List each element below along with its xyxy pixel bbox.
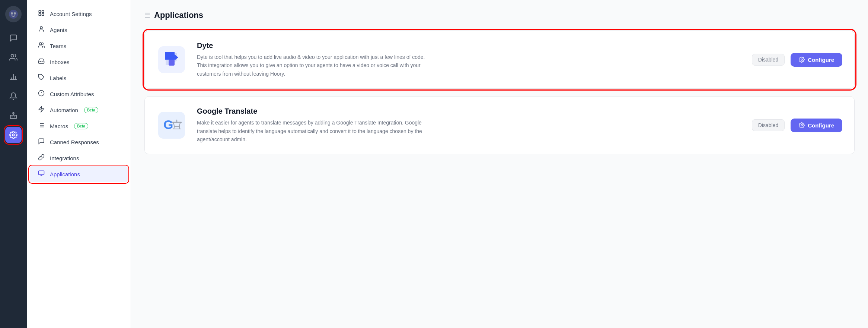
dyte-status: Disabled xyxy=(752,54,785,66)
sidebar-item-integrations[interactable]: Integrations xyxy=(30,150,128,166)
sidebar-item-applications[interactable]: Applications xyxy=(30,166,128,182)
svg-rect-31 xyxy=(39,171,44,175)
sidebar-item-agents[interactable]: Agents xyxy=(30,22,128,38)
svg-point-18 xyxy=(40,26,42,29)
svg-point-13 xyxy=(12,134,15,136)
conversations-nav-icon[interactable] xyxy=(5,30,22,46)
contacts-nav-icon[interactable] xyxy=(5,49,22,66)
text-sidebar: Account Settings Agents Teams Inboxes xyxy=(27,0,131,328)
sidebar-item-label: Custom Attributes xyxy=(50,91,94,97)
bot-nav-icon[interactable] xyxy=(5,107,22,124)
sidebar-item-automation[interactable]: Automation Beta xyxy=(30,102,128,118)
sidebar-item-custom-attributes[interactable]: Custom Attributes xyxy=(30,86,128,102)
integrations-icon xyxy=(37,154,45,163)
macros-badge: Beta xyxy=(74,123,88,129)
canned-responses-icon xyxy=(37,138,45,146)
svg-rect-15 xyxy=(42,10,44,12)
sidebar-item-label: Agents xyxy=(50,27,67,33)
google-translate-card: G Google Translate Make it easier for ag… xyxy=(144,96,855,154)
sidebar-item-label: Macros xyxy=(50,123,68,129)
sidebar-item-teams[interactable]: Teams xyxy=(30,38,128,54)
sidebar-item-label: Teams xyxy=(50,43,66,49)
svg-point-0 xyxy=(9,10,18,19)
main-content: ☰ Applications Dyte Dyte is tool that he… xyxy=(131,0,868,328)
notifications-nav-icon[interactable] xyxy=(5,88,22,104)
google-translate-name: Google Translate xyxy=(197,107,741,116)
sidebar-item-label: Automation xyxy=(50,107,78,113)
svg-text:G: G xyxy=(163,117,173,132)
google-translate-configure-button[interactable]: Configure xyxy=(791,119,842,132)
sidebar-item-label: Integrations xyxy=(50,155,79,161)
configure-gear-icon-2 xyxy=(799,122,805,128)
automation-icon xyxy=(37,106,45,114)
app-logo xyxy=(5,6,22,22)
svg-point-36 xyxy=(801,59,802,60)
svg-point-9 xyxy=(13,113,14,114)
settings-nav-icon[interactable] xyxy=(5,127,22,143)
configure-gear-icon xyxy=(799,57,805,63)
inboxes-icon xyxy=(37,58,45,66)
dyte-actions: Disabled Configure xyxy=(752,53,842,67)
menu-icon: ☰ xyxy=(144,11,150,19)
svg-rect-14 xyxy=(39,10,41,12)
sidebar-item-macros[interactable]: Macros Beta xyxy=(30,118,128,134)
sidebar-item-account-settings[interactable]: Account Settings xyxy=(30,6,128,22)
svg-point-19 xyxy=(39,42,42,45)
labels-icon xyxy=(37,74,45,82)
dyte-card: Dyte Dyte is tool that helps you to add … xyxy=(144,31,855,89)
sidebar-item-label: Account Settings xyxy=(50,11,92,17)
svg-point-1 xyxy=(11,12,13,15)
svg-point-2 xyxy=(14,12,16,15)
macros-icon xyxy=(37,122,45,130)
svg-rect-35 xyxy=(169,60,175,66)
google-translate-description: Make it easier for agents to translate m… xyxy=(197,119,435,144)
svg-rect-8 xyxy=(10,115,17,119)
reports-nav-icon[interactable] xyxy=(5,69,22,85)
dyte-name: Dyte xyxy=(197,41,741,50)
teams-icon xyxy=(37,42,45,50)
page-title: Applications xyxy=(154,10,203,20)
svg-point-41 xyxy=(801,124,802,126)
sidebar-item-canned-responses[interactable]: Canned Responses xyxy=(30,134,128,150)
sidebar-item-label: Canned Responses xyxy=(50,139,99,145)
dyte-logo xyxy=(157,45,186,75)
icon-sidebar xyxy=(0,0,27,328)
custom-attributes-icon xyxy=(37,90,45,98)
sidebar-item-inboxes[interactable]: Inboxes xyxy=(30,54,128,70)
dyte-description: Dyte is tool that helps you to add live … xyxy=(197,53,435,78)
google-translate-actions: Disabled Configure xyxy=(752,119,842,132)
account-settings-icon xyxy=(37,10,45,18)
google-translate-configure-label: Configure xyxy=(808,122,834,129)
dyte-configure-label: Configure xyxy=(808,57,834,63)
google-translate-status: Disabled xyxy=(752,119,785,131)
applications-icon xyxy=(37,170,45,179)
google-translate-info: Google Translate Make it easier for agen… xyxy=(197,107,741,144)
google-translate-logo: G xyxy=(157,110,186,140)
svg-rect-17 xyxy=(42,14,44,16)
dyte-configure-button[interactable]: Configure xyxy=(791,53,842,67)
svg-rect-16 xyxy=(39,14,41,16)
svg-point-3 xyxy=(11,54,14,57)
automation-badge: Beta xyxy=(84,107,98,113)
svg-marker-24 xyxy=(39,107,44,112)
sidebar-item-label: Labels xyxy=(50,75,66,81)
page-header: ☰ Applications xyxy=(144,10,855,20)
sidebar-item-labels[interactable]: Labels xyxy=(30,70,128,86)
dyte-info: Dyte Dyte is tool that helps you to add … xyxy=(197,41,741,78)
agents-icon xyxy=(37,26,45,34)
sidebar-item-label: Inboxes xyxy=(50,59,70,65)
sidebar-item-label: Applications xyxy=(50,171,80,177)
